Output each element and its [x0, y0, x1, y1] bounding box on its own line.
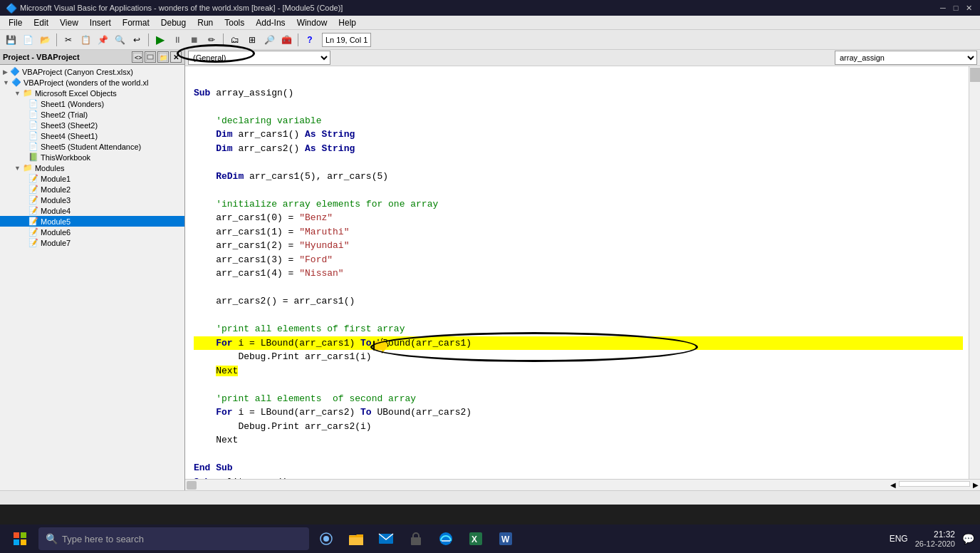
toolbox-button[interactable]: 🧰 [278, 32, 294, 48]
svg-rect-9 [21, 539, 26, 545]
view-object-button[interactable] [145, 51, 156, 63]
procedure-dropdown[interactable]: array_assign [835, 51, 977, 65]
location-text: Ln 19, Col 1 [325, 36, 368, 44]
project-explorer-button[interactable]: 🗂 [227, 32, 243, 48]
find-button[interactable]: 🔍 [112, 32, 127, 48]
tree-item-sheet3[interactable]: 📄 Sheet3 (Sheet2) [0, 120, 184, 130]
view-code-button[interactable]: <> [132, 51, 143, 63]
editor-area: (General) array_assign Sub array_assign(… [185, 50, 980, 490]
expand-icon-modules: ▼ [14, 165, 21, 172]
svg-text:📁: 📁 [160, 53, 167, 61]
scrollbar-thumb[interactable] [970, 68, 980, 82]
project-header: Project - VBAProject <> 📁 ✕ [0, 50, 184, 65]
menu-item-view[interactable]: View [54, 16, 84, 29]
menu-item-help[interactable]: Help [333, 16, 362, 29]
tree-item-wonders[interactable]: ▼ 🔷 VBAProject (wonders of the world.xl [0, 77, 184, 88]
taskbar-icon-lock[interactable] [403, 526, 429, 552]
tree-label-sheet4: Sheet4 (Sheet1) [41, 132, 98, 140]
design-mode-button[interactable]: ✏ [204, 32, 219, 48]
tree-label-sheet1: Sheet1 (Wonders) [41, 100, 104, 108]
taskbar-icon-excel[interactable]: X [463, 526, 489, 552]
tree-item-modules[interactable]: ▼ 📁 Modules [0, 162, 184, 173]
svg-rect-8 [14, 539, 19, 545]
menu-item-insert[interactable]: Insert [84, 16, 117, 29]
svg-text:W: W [501, 534, 510, 544]
expand-icon-wonders: ▼ [3, 79, 9, 86]
run-button[interactable]: ▶ [152, 32, 168, 48]
horizontal-scrollbar[interactable]: ◀ ▶ [185, 479, 980, 490]
separator-2 [148, 33, 149, 46]
module-icon-4: 📝 [28, 206, 38, 215]
tree-item-excel-objects[interactable]: ▼ 📁 Microsoft Excel Objects [0, 88, 184, 98]
minimize-button[interactable]: ─ [937, 2, 949, 14]
project-tree[interactable]: ▶ 🔷 VBAProject (Canyon Crest.xlsx) ▼ 🔷 V… [0, 65, 184, 490]
cut-button[interactable]: ✂ [61, 32, 76, 48]
menu-item-debug[interactable]: Debug [155, 16, 192, 29]
hscroll-thumb[interactable] [187, 481, 197, 490]
close-button[interactable]: ✕ [963, 2, 974, 14]
tree-item-sheet5[interactable]: 📄 Sheet5 (Student Attendance) [0, 141, 184, 152]
taskbar-search-box[interactable]: 🔍 Type here to search [38, 527, 309, 550]
paste-button[interactable]: 📌 [95, 32, 110, 48]
module-icon-2: 📝 [28, 185, 38, 194]
taskbar-language: ENG [890, 534, 908, 544]
add-file-button[interactable]: 📄 [20, 32, 36, 48]
tree-item-module4[interactable]: 📝 Module4 [0, 205, 184, 216]
open-button[interactable]: 📂 [37, 32, 53, 48]
vertical-scrollbar[interactable] [969, 66, 980, 479]
main-layout: Project - VBAProject <> 📁 ✕ ▶ 🔷 VBA [0, 50, 980, 490]
save-button[interactable]: 💾 [3, 32, 19, 48]
taskbar-icon-mail[interactable] [373, 526, 399, 552]
tree-item-module5[interactable]: 📝 Module5 [0, 216, 184, 227]
window-controls: ─ □ ✕ [937, 2, 974, 14]
menu-item-tools[interactable]: Tools [219, 16, 250, 29]
scroll-left-button[interactable]: ◀ [890, 481, 896, 489]
close-panel-button[interactable]: ✕ [170, 51, 182, 63]
undo-button[interactable]: ↩ [129, 32, 145, 48]
tree-item-sheet2[interactable]: 📄 Sheet2 (Trial) [0, 109, 184, 120]
search-placeholder: Type here to search [62, 534, 144, 544]
tree-item-thisworkbook[interactable]: 📗 ThisWorkbook [0, 152, 184, 162]
properties-button[interactable]: ⊞ [244, 32, 260, 48]
copy-button[interactable]: 📋 [78, 32, 93, 48]
maximize-button[interactable]: □ [950, 2, 961, 14]
taskbar-icon-word[interactable]: W [493, 526, 518, 552]
menu-item-window[interactable]: Window [291, 16, 333, 29]
tree-label-canyon: VBAProject (Canyon Crest.xlsx) [22, 68, 133, 76]
break-button[interactable]: ⏸ [170, 32, 185, 48]
object-browser-button[interactable]: 🔎 [261, 32, 277, 48]
taskbar-time: 21:32 [934, 529, 955, 539]
sheet-icon-5: 📄 [28, 142, 38, 151]
reset-button[interactable]: ⏹ [187, 32, 202, 48]
notification-area[interactable]: 💬 [962, 533, 974, 544]
tree-item-module7[interactable]: 📝 Module7 [0, 237, 184, 248]
tree-label-sheet2: Sheet2 (Trial) [41, 110, 88, 119]
toggle-folders-button[interactable]: 📁 [157, 51, 169, 63]
code-area[interactable]: Sub array_assign() 'declaring variable D… [185, 66, 980, 479]
tree-item-module1[interactable]: 📝 Module1 [0, 173, 184, 184]
module-icon-3: 📝 [28, 195, 38, 205]
tree-item-canyon-crest[interactable]: ▶ 🔷 VBAProject (Canyon Crest.xlsx) [0, 66, 184, 77]
help-button[interactable]: ? [302, 32, 318, 48]
start-button[interactable] [6, 524, 34, 553]
scroll-right-button[interactable]: ▶ [973, 481, 979, 489]
module-icon-6: 📝 [28, 227, 38, 237]
menu-item-file[interactable]: File [3, 16, 28, 29]
taskbar-icon-explorer[interactable] [343, 526, 369, 552]
menu-item-format[interactable]: Format [117, 16, 155, 29]
separator-3 [223, 33, 224, 46]
menu-item-run[interactable]: Run [192, 16, 219, 29]
menu-item-edit[interactable]: Edit [28, 16, 54, 29]
tree-item-sheet4[interactable]: 📄 Sheet4 (Sheet1) [0, 130, 184, 141]
tree-item-module6[interactable]: 📝 Module6 [0, 227, 184, 237]
tree-item-module2[interactable]: 📝 Module2 [0, 184, 184, 195]
object-dropdown[interactable]: (General) [188, 51, 330, 65]
hscroll-track[interactable] [899, 481, 970, 487]
tree-item-module3[interactable]: 📝 Module3 [0, 195, 184, 205]
separator-1 [56, 33, 57, 46]
menu-item-addins[interactable]: Add-Ins [250, 16, 291, 29]
code-content: Sub array_assign() 'declaring variable D… [185, 66, 980, 479]
tree-item-sheet1[interactable]: 📄 Sheet1 (Wonders) [0, 98, 184, 109]
taskbar-task-view[interactable] [313, 526, 339, 552]
taskbar-icon-edge[interactable] [433, 526, 459, 552]
